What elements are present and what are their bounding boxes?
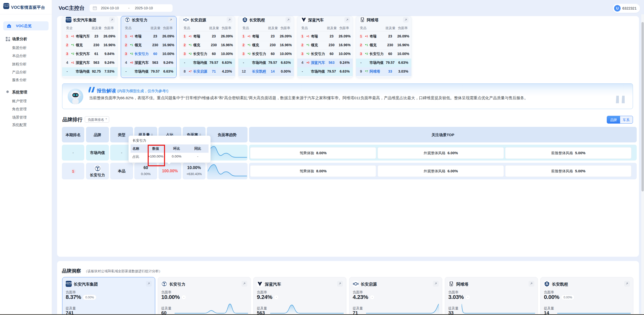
- svg-text:CHANGAN: CHANGAN: [66, 20, 71, 21]
- svg-text:长安汽车: 长安汽车: [66, 282, 72, 284]
- svg-text:长安汽车: 长安汽车: [66, 18, 71, 20]
- svg-text:CHANGAN: CHANGAN: [66, 284, 71, 285]
